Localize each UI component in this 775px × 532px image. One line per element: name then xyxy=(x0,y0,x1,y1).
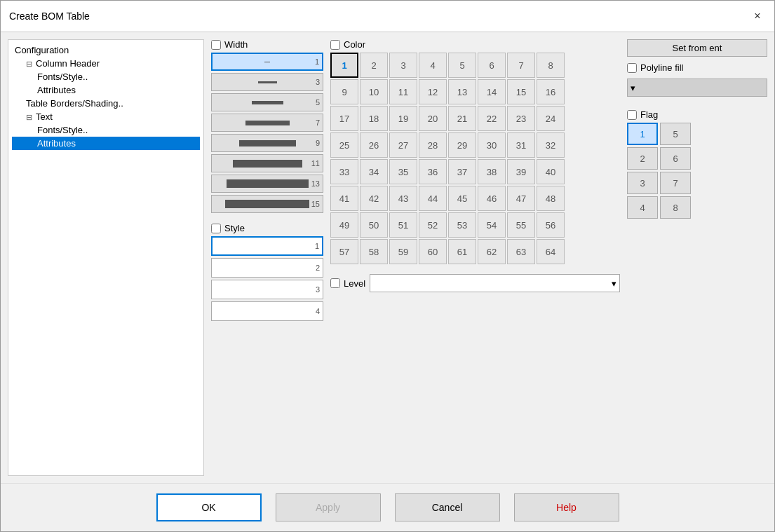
color-cell-21[interactable]: 21 xyxy=(448,106,476,131)
level-checkbox-label[interactable]: Level xyxy=(330,278,365,289)
color-cell-29[interactable]: 29 xyxy=(448,132,476,158)
color-cell-41[interactable]: 41 xyxy=(330,186,358,211)
flag-checkbox[interactable] xyxy=(627,110,637,120)
color-cell-54[interactable]: 54 xyxy=(478,212,506,238)
color-cell-9[interactable]: 9 xyxy=(330,79,358,104)
color-cell-62[interactable]: 62 xyxy=(478,239,506,264)
color-cell-19[interactable]: 19 xyxy=(389,106,417,131)
color-cell-64[interactable]: 64 xyxy=(537,239,565,264)
color-cell-56[interactable]: 56 xyxy=(537,212,565,238)
color-cell-40[interactable]: 40 xyxy=(537,159,565,184)
color-cell-63[interactable]: 63 xyxy=(507,239,535,264)
flag-cell-1[interactable]: 1 xyxy=(627,123,658,145)
help-button[interactable]: Help xyxy=(514,493,619,521)
color-cell-26[interactable]: 26 xyxy=(360,132,388,158)
color-cell-1[interactable]: 1 xyxy=(330,53,358,78)
color-cell-55[interactable]: 55 xyxy=(507,212,535,238)
width-option-1[interactable]: 1 xyxy=(211,53,323,71)
tree-item-configuration[interactable]: Configuration xyxy=(12,43,200,57)
tree-item-fonts-style-2[interactable]: Fonts/Style.. xyxy=(12,123,200,137)
polyline-fill-label[interactable]: Polyline fill xyxy=(627,62,683,73)
color-cell-23[interactable]: 23 xyxy=(507,106,535,131)
color-cell-5[interactable]: 5 xyxy=(448,53,476,78)
cancel-button[interactable]: Cancel xyxy=(395,493,500,521)
style-option-4[interactable]: 4 xyxy=(211,301,323,321)
width-option-13[interactable]: 13 xyxy=(211,175,323,193)
color-cell-50[interactable]: 50 xyxy=(360,212,388,238)
set-from-ent-button[interactable]: Set from ent xyxy=(627,39,767,57)
color-cell-12[interactable]: 12 xyxy=(419,79,447,104)
color-cell-3[interactable]: 3 xyxy=(389,53,417,78)
color-cell-27[interactable]: 27 xyxy=(389,132,417,158)
color-cell-59[interactable]: 59 xyxy=(389,239,417,264)
tree-item-fonts-style-1[interactable]: Fonts/Style.. xyxy=(12,70,200,83)
tree-expander-column-header[interactable]: ⊟ xyxy=(26,60,36,69)
polyline-fill-dropdown[interactable]: ▾ xyxy=(627,79,767,97)
color-cell-15[interactable]: 15 xyxy=(507,79,535,104)
apply-button[interactable]: Apply xyxy=(276,493,381,521)
flag-cell-4[interactable]: 4 xyxy=(627,196,658,219)
color-cell-37[interactable]: 37 xyxy=(448,159,476,184)
flag-cell-7[interactable]: 7 xyxy=(660,172,691,194)
color-cell-20[interactable]: 20 xyxy=(419,106,447,131)
flag-cell-8[interactable]: 8 xyxy=(660,196,691,219)
color-cell-6[interactable]: 6 xyxy=(478,53,506,78)
width-option-7[interactable]: 7 xyxy=(211,114,323,132)
color-cell-13[interactable]: 13 xyxy=(448,79,476,104)
color-cell-60[interactable]: 60 xyxy=(419,239,447,264)
width-checkbox-label[interactable]: Width xyxy=(211,39,248,50)
color-cell-16[interactable]: 16 xyxy=(537,79,565,104)
width-option-3[interactable]: 3 xyxy=(211,73,323,91)
color-cell-17[interactable]: 17 xyxy=(330,106,358,131)
color-cell-45[interactable]: 45 xyxy=(448,186,476,211)
level-dropdown[interactable]: ▾ xyxy=(370,274,620,292)
width-option-5[interactable]: 5 xyxy=(211,93,323,111)
style-option-3[interactable]: 3 xyxy=(211,280,323,299)
color-cell-42[interactable]: 42 xyxy=(360,186,388,211)
color-cell-46[interactable]: 46 xyxy=(478,186,506,211)
tree-item-text[interactable]: ⊟Text xyxy=(12,110,200,123)
flag-cell-3[interactable]: 3 xyxy=(627,172,658,194)
color-cell-8[interactable]: 8 xyxy=(537,53,565,78)
color-cell-51[interactable]: 51 xyxy=(389,212,417,238)
color-cell-28[interactable]: 28 xyxy=(419,132,447,158)
color-cell-49[interactable]: 49 xyxy=(330,212,358,238)
level-checkbox[interactable] xyxy=(330,278,340,288)
color-cell-4[interactable]: 4 xyxy=(419,53,447,78)
color-cell-31[interactable]: 31 xyxy=(507,132,535,158)
color-cell-48[interactable]: 48 xyxy=(537,186,565,211)
color-cell-33[interactable]: 33 xyxy=(330,159,358,184)
color-cell-39[interactable]: 39 xyxy=(507,159,535,184)
ok-button[interactable]: OK xyxy=(156,493,262,521)
color-checkbox-label[interactable]: Color xyxy=(330,39,365,50)
color-cell-10[interactable]: 10 xyxy=(360,79,388,104)
color-cell-34[interactable]: 34 xyxy=(360,159,388,184)
color-cell-38[interactable]: 38 xyxy=(478,159,506,184)
color-cell-18[interactable]: 18 xyxy=(360,106,388,131)
color-cell-24[interactable]: 24 xyxy=(537,106,565,131)
color-cell-30[interactable]: 30 xyxy=(478,132,506,158)
color-cell-43[interactable]: 43 xyxy=(389,186,417,211)
color-cell-44[interactable]: 44 xyxy=(419,186,447,211)
flag-checkbox-label[interactable]: Flag xyxy=(627,109,767,120)
color-cell-58[interactable]: 58 xyxy=(360,239,388,264)
width-option-15[interactable]: 15 xyxy=(211,195,323,213)
polyline-fill-checkbox[interactable] xyxy=(627,63,637,73)
color-cell-35[interactable]: 35 xyxy=(389,159,417,184)
flag-cell-2[interactable]: 2 xyxy=(627,147,658,170)
style-option-2[interactable]: 2 xyxy=(211,258,323,278)
style-checkbox[interactable] xyxy=(211,224,221,233)
color-cell-22[interactable]: 22 xyxy=(478,106,506,131)
color-cell-61[interactable]: 61 xyxy=(448,239,476,264)
color-checkbox[interactable] xyxy=(330,40,340,50)
tree-item-attributes-1[interactable]: Attributes xyxy=(12,83,200,97)
flag-cell-6[interactable]: 6 xyxy=(660,147,691,170)
close-button[interactable]: × xyxy=(749,8,766,25)
color-cell-11[interactable]: 11 xyxy=(389,79,417,104)
tree-item-table-borders[interactable]: Table Borders/Shading.. xyxy=(12,97,200,110)
color-cell-14[interactable]: 14 xyxy=(478,79,506,104)
color-cell-47[interactable]: 47 xyxy=(507,186,535,211)
width-option-9[interactable]: 9 xyxy=(211,134,323,152)
tree-item-attributes-2[interactable]: Attributes xyxy=(12,137,200,150)
color-cell-7[interactable]: 7 xyxy=(507,53,535,78)
